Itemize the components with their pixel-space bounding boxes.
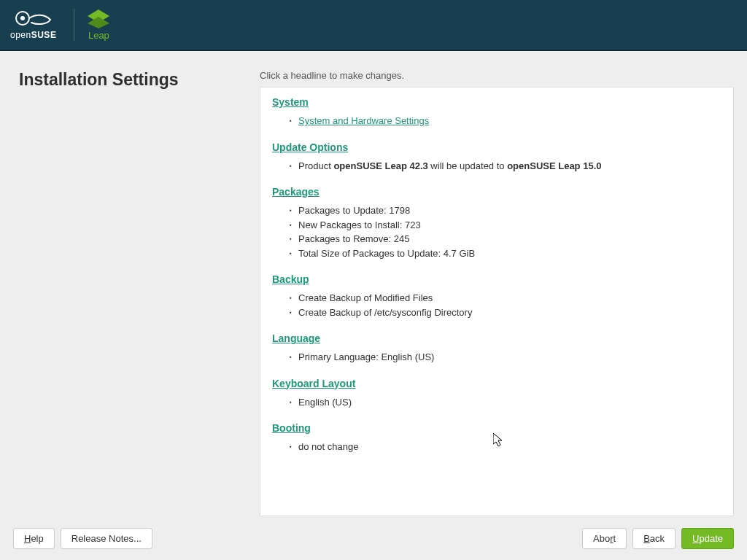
footer-bar: Help Release Notes... Abort Back Update xyxy=(0,516,747,560)
section-packages[interactable]: Packages xyxy=(272,186,320,198)
section-backup[interactable]: Backup xyxy=(272,273,309,285)
hint-text: Click a headline to make changes. xyxy=(260,70,734,81)
header-divider xyxy=(74,9,74,41)
booting-option: do not change xyxy=(298,440,721,454)
primary-language: Primary Language: English (US) xyxy=(298,350,721,365)
chameleon-icon xyxy=(14,9,53,30)
svg-marker-3 xyxy=(88,17,109,28)
section-system[interactable]: System xyxy=(272,96,309,108)
from-product: openSUSE Leap 42.3 xyxy=(333,160,427,171)
update-button[interactable]: Update xyxy=(681,528,734,549)
release-notes-button[interactable]: Release Notes... xyxy=(61,528,152,549)
leap-logo: Leap xyxy=(88,9,109,41)
backup-modified-files: Create Backup of Modified Files xyxy=(298,291,721,306)
backup-sysconfig: Create Backup of /etc/sysconfig Director… xyxy=(298,306,721,320)
packages-to-update: Packages to Update: 1798 xyxy=(298,203,721,218)
packages-to-install: New Packages to Install: 723 xyxy=(298,218,721,233)
page-title: Installation Settings xyxy=(19,70,260,90)
leap-icon xyxy=(88,9,109,28)
right-column: Click a headline to make changes. System… xyxy=(260,66,734,516)
content-area: Installation Settings Click a headline t… xyxy=(0,51,747,516)
opensuse-logo: openSUSE xyxy=(10,9,56,40)
packages-total-size: Total Size of Packages to Update: 4.7 Gi… xyxy=(298,246,721,261)
settings-panel: System System and Hardware Settings Upda… xyxy=(260,87,734,516)
abort-button[interactable]: Abort xyxy=(582,528,627,549)
update-product-line: Product openSUSE Leap 42.3 will be updat… xyxy=(298,159,721,174)
section-booting[interactable]: Booting xyxy=(272,422,311,434)
header-bar: openSUSE Leap xyxy=(0,0,747,51)
svg-point-1 xyxy=(20,16,25,20)
opensuse-logo-text: openSUSE xyxy=(10,30,56,40)
system-hardware-link[interactable]: System and Hardware Settings xyxy=(298,115,429,126)
packages-to-remove: Packages to Remove: 245 xyxy=(298,232,721,246)
keyboard-layout: English (US) xyxy=(298,395,721,410)
help-button[interactable]: Help xyxy=(13,528,55,549)
back-button[interactable]: Back xyxy=(632,528,676,549)
leap-logo-text: Leap xyxy=(88,30,109,41)
left-column: Installation Settings xyxy=(19,66,260,516)
section-keyboard[interactable]: Keyboard Layout xyxy=(272,378,355,389)
system-hardware-item: System and Hardware Settings xyxy=(298,114,721,128)
section-language[interactable]: Language xyxy=(272,332,320,344)
section-update-options[interactable]: Update Options xyxy=(272,141,348,153)
to-product: openSUSE Leap 15.0 xyxy=(507,160,601,171)
